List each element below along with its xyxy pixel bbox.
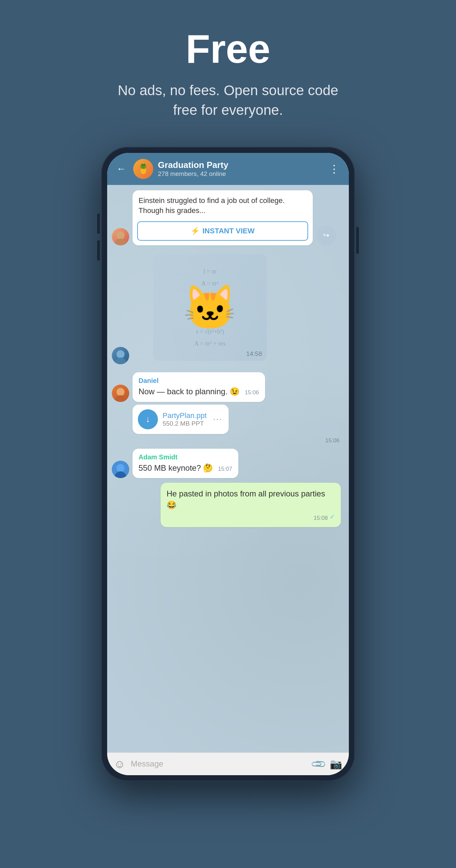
my-bubble: He pasted in photos from all previous pa… [160,483,341,527]
attach-button[interactable]: 📎 [310,755,327,773]
camera-button[interactable]: 📷 [330,758,342,770]
message-input[interactable]: Message [131,759,307,769]
more-options-button[interactable]: ⋮ [326,161,342,177]
svg-point-2 [117,350,124,358]
message-input-bar: ☺ Message 📎 📷 [107,752,349,775]
daniel-bubble: Daniel Now — back to planning. 😉 15:06 [132,372,265,402]
article-message-row: Einstein struggled to find a job out of … [112,190,344,246]
volume-down-button [97,240,100,260]
instant-view-label: INSTANT VIEW [202,227,254,235]
sender-avatar-guy3 [112,461,129,478]
share-button[interactable]: ↪ [316,225,336,245]
group-name: Graduation Party [158,160,322,170]
emoji-button[interactable]: ☺ [114,757,125,771]
chat-header: ← 🍍 Graduation Party 278 members, 42 onl… [107,153,349,185]
back-button[interactable]: ← [114,162,128,176]
download-icon: ↓ [146,414,150,424]
adam-message-time: 15:07 [218,466,232,472]
cat-sticker-wrapper: 🐱 [153,254,267,361]
my-message-row: He pasted in photos from all previous pa… [112,483,344,527]
message-meta: 15:08 ✓ [166,512,335,522]
adam-message-text: 550 MB keynote? 🤔 15:07 [139,462,232,474]
chat-body: Einstein struggled to find a job out of … [107,185,349,752]
sticker-container: l = πrA = πr²V = l³P = 2πrA = πr²s = √(r… [153,254,267,361]
daniel-message-text: Now — back to planning. 😉 15:06 [139,386,259,397]
adam-sender-name: Adam Smidt [139,453,232,461]
instant-view-button[interactable]: ⚡ INSTANT VIEW [137,221,308,241]
power-button [356,227,359,254]
my-message-text: He pasted in photos from all previous pa… [166,489,325,509]
sender-avatar-guy1 [112,347,129,364]
phone-mockup: ← 🍍 Graduation Party 278 members, 42 onl… [101,147,355,781]
sender-avatar-guy2 [112,384,129,402]
avatar-emoji: 🍍 [138,163,149,174]
svg-point-7 [117,464,124,472]
file-time: 15:06 [325,437,339,444]
phone-outer: ← 🍍 Graduation Party 278 members, 42 onl… [101,147,355,781]
svg-point-1 [115,239,126,245]
daniel-sender-name: Daniel [139,377,259,384]
adam-bubble: Adam Smidt 550 MB keynote? 🤔 15:07 [132,449,238,478]
file-size: 550.2 MB PPT [162,420,207,427]
phone-screen: ← 🍍 Graduation Party 278 members, 42 onl… [107,153,349,775]
article-bubble: Einstein struggled to find a job out of … [132,190,313,246]
cat-sticker-emoji: 🐱 [183,286,237,329]
article-bubble-container: Einstein struggled to find a job out of … [132,190,313,246]
volume-up-button [97,214,100,234]
svg-point-5 [115,395,126,402]
file-time-row: 15:06 [132,437,339,444]
page-header: Free No ads, no fees. Open source code f… [104,0,352,140]
message-placeholder: Message [131,759,163,768]
page-subtitle: No ads, no fees. Open source code free f… [111,81,345,120]
svg-point-4 [117,388,124,396]
page-title: Free [111,27,345,71]
sender-avatar-girl [112,228,129,245]
article-text: Einstein struggled to find a job out of … [132,190,313,220]
group-status: 278 members, 42 online [158,170,322,178]
file-message-row: ↓ PartyPlan.ppt 550.2 MB PPT ⋯ 15:06 [132,405,344,434]
daniel-message-row: Daniel Now — back to planning. 😉 15:06 [112,372,344,402]
sticker-message-row: l = πrA = πr²V = l³P = 2πrA = πr²s = √(r… [112,251,344,364]
file-name: PartyPlan.ppt [162,411,207,420]
read-receipt-icon: ✓ [330,513,335,521]
share-icon: ↪ [323,231,329,240]
svg-point-0 [117,231,124,239]
bolt-icon: ⚡ [191,227,200,235]
group-avatar: 🍍 [133,159,153,179]
file-menu-button[interactable]: ⋯ [211,412,223,426]
my-message-time: 15:08 [313,514,328,522]
chat-info: Graduation Party 278 members, 42 online [158,160,322,178]
adam-message-row: Adam Smidt 550 MB keynote? 🤔 15:07 [112,449,344,478]
download-button[interactable]: ↓ [138,409,158,429]
file-bubble: ↓ PartyPlan.ppt 550.2 MB PPT ⋯ [132,405,229,434]
svg-point-3 [115,358,126,364]
file-info: PartyPlan.ppt 550.2 MB PPT [162,411,207,427]
daniel-message-time: 15:06 [245,389,259,396]
